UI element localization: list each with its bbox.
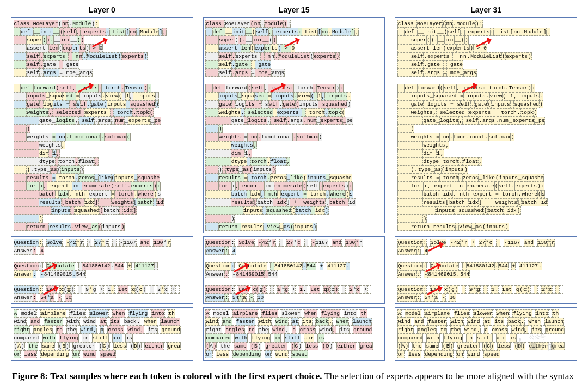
token: batch <box>449 198 465 206</box>
token: squa <box>241 92 255 100</box>
token <box>205 174 219 182</box>
token: still <box>476 334 493 342</box>
token: ) <box>272 36 277 44</box>
token: nn <box>56 133 66 141</box>
token: air <box>112 334 122 342</box>
token: Answer <box>14 270 33 278</box>
token: . <box>538 262 542 270</box>
token: slower <box>281 309 301 318</box>
token: . <box>347 92 351 100</box>
token: : <box>348 182 353 190</box>
token: float <box>462 157 479 166</box>
token <box>14 206 52 215</box>
token: batch <box>137 198 154 206</box>
token: idx <box>250 190 261 198</box>
token: experts <box>235 52 261 60</box>
token: the <box>450 326 461 334</box>
token: dtype <box>231 157 248 166</box>
token: flies <box>69 309 86 318</box>
token: air <box>304 334 314 342</box>
token: inputs <box>486 223 505 231</box>
token: n <box>72 52 79 60</box>
token: squashed <box>266 206 292 215</box>
token: faster <box>44 318 63 326</box>
token: wind <box>275 350 289 358</box>
token: on <box>265 350 272 358</box>
token: Module <box>72 20 91 28</box>
token: inputs <box>253 166 272 174</box>
token: depending <box>40 350 69 358</box>
token: += <box>482 198 495 206</box>
token: ( <box>318 133 323 141</box>
token <box>397 174 411 182</box>
token: __ <box>33 28 40 36</box>
token: in <box>456 182 466 190</box>
token: results <box>48 223 71 231</box>
token: Question <box>205 285 231 294</box>
token: type <box>418 166 431 174</box>
token: ts <box>79 44 86 52</box>
token: self <box>255 28 269 36</box>
token: squashe <box>137 174 160 182</box>
token: topk <box>136 108 150 117</box>
token <box>205 108 219 117</box>
token: lf <box>272 100 279 108</box>
token <box>205 223 219 231</box>
token: experts <box>514 182 537 190</box>
token: log <box>43 100 53 108</box>
token <box>14 60 27 69</box>
token: self <box>63 28 77 36</box>
token <box>14 52 27 60</box>
token: expert <box>473 190 495 198</box>
token: functional <box>261 133 293 141</box>
token: 30 <box>65 294 72 302</box>
token: List <box>109 28 126 36</box>
token: idx <box>277 198 287 206</box>
token: less <box>408 350 421 358</box>
token: weights <box>495 198 518 206</box>
token: zeros <box>462 174 479 182</box>
token: in <box>466 334 473 342</box>
token: ) <box>464 166 468 174</box>
token: results <box>422 198 445 206</box>
token: inputs <box>268 84 291 92</box>
token: where <box>329 190 346 198</box>
panel-qa-layer31: Question: Solve -42*r + 27*c = -1167 and… <box>395 236 577 304</box>
token: args <box>79 69 93 77</box>
token: experts <box>81 28 107 36</box>
token: slower <box>473 309 493 318</box>
token: weights <box>411 133 437 141</box>
token: 411127 <box>327 262 346 270</box>
token: forward <box>33 84 56 92</box>
token: class <box>397 20 417 28</box>
token: 544 <box>268 270 278 278</box>
token: args <box>235 69 252 77</box>
token: idx <box>507 206 517 215</box>
token: functional <box>69 133 101 141</box>
token: List <box>302 28 318 36</box>
token: ModuleList <box>278 52 310 60</box>
token: dim <box>39 149 49 157</box>
token: expert <box>89 190 112 198</box>
token: gate <box>282 100 296 108</box>
token: nn <box>247 133 258 141</box>
token: with <box>42 334 56 342</box>
token <box>14 198 40 206</box>
token <box>175 285 180 294</box>
token: squa <box>49 92 63 100</box>
token: inputs <box>243 206 263 215</box>
token: __ <box>437 28 444 36</box>
token: angles <box>225 326 244 334</box>
token: ) <box>81 36 85 44</box>
token: Question <box>205 239 231 247</box>
token: ) <box>218 125 223 133</box>
panel-code-layer15: class MoeLayer(nn.Module): def __init__(… <box>203 17 385 233</box>
token: Answer <box>205 294 225 302</box>
token: ) <box>26 125 30 133</box>
token: 841880142 <box>82 262 111 270</box>
token: experts <box>512 117 535 125</box>
token: 544 <box>114 262 124 270</box>
panel-code-layer0: class MoeLayer(nn.Module): def __init__(… <box>11 17 193 233</box>
token: r <box>167 239 171 247</box>
token: Let <box>502 285 512 294</box>
